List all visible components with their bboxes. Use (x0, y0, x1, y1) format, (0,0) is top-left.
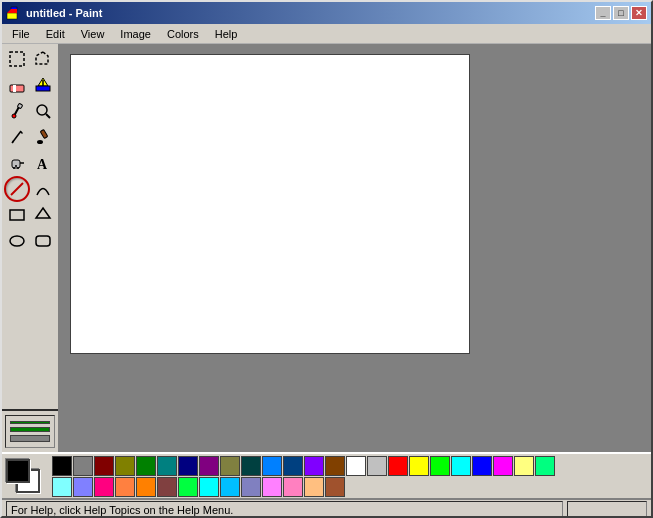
active-colors (6, 459, 40, 493)
color-swatch[interactable] (115, 456, 135, 476)
brush-icon (34, 128, 52, 146)
eyedropper-icon (8, 102, 26, 120)
tool-ellipse[interactable] (4, 228, 30, 254)
tool-select-free[interactable] (30, 46, 56, 72)
tool-eyedropper[interactable] (4, 98, 30, 124)
color-swatch[interactable] (73, 456, 93, 476)
options-section (2, 409, 58, 452)
color-swatch[interactable] (304, 477, 324, 497)
color-swatch[interactable] (178, 456, 198, 476)
tool-row-1 (4, 46, 56, 72)
title-buttons: _ □ ✕ (595, 6, 647, 20)
paint-icon (6, 5, 22, 21)
status-message: For Help, click Help Topics on the Help … (11, 504, 233, 516)
tool-row-3 (4, 98, 56, 124)
svg-point-10 (12, 114, 16, 118)
color-swatch[interactable] (262, 477, 282, 497)
color-swatch[interactable] (283, 477, 303, 497)
color-swatch[interactable] (367, 456, 387, 476)
line-thick-1[interactable] (10, 421, 50, 424)
color-swatch[interactable] (388, 456, 408, 476)
color-swatch[interactable] (325, 456, 345, 476)
curve-icon (34, 180, 52, 198)
color-swatch[interactable] (283, 456, 303, 476)
tools-section: A (2, 44, 58, 409)
pencil-icon (8, 128, 26, 146)
svg-text:A: A (37, 157, 48, 172)
svg-rect-17 (40, 130, 47, 139)
color-swatch[interactable] (535, 456, 555, 476)
close-button[interactable]: ✕ (631, 6, 647, 20)
color-swatch[interactable] (178, 477, 198, 497)
svg-rect-7 (36, 86, 50, 91)
tool-text[interactable]: A (30, 150, 56, 176)
svg-rect-4 (10, 85, 24, 92)
polygon-icon (34, 206, 52, 224)
color-swatch[interactable] (136, 477, 156, 497)
menu-image[interactable]: Image (114, 26, 157, 42)
tool-fill[interactable] (30, 72, 56, 98)
menu-file[interactable]: File (6, 26, 36, 42)
color-swatch[interactable] (220, 456, 240, 476)
tool-row-6 (4, 176, 56, 202)
menu-view[interactable]: View (75, 26, 111, 42)
color-swatch[interactable] (157, 477, 177, 497)
tool-select-rect[interactable] (4, 46, 30, 72)
tool-polygon[interactable] (30, 202, 56, 228)
color-swatch[interactable] (493, 456, 513, 476)
color-swatch[interactable] (157, 456, 177, 476)
color-swatch[interactable] (94, 477, 114, 497)
color-swatch[interactable] (241, 477, 261, 497)
fill-icon (34, 76, 52, 94)
color-swatch[interactable] (472, 456, 492, 476)
color-swatch[interactable] (514, 456, 534, 476)
menu-edit[interactable]: Edit (40, 26, 71, 42)
color-swatch[interactable] (451, 456, 471, 476)
minimize-button[interactable]: _ (595, 6, 611, 20)
color-swatch[interactable] (199, 477, 219, 497)
menu-colors[interactable]: Colors (161, 26, 205, 42)
color-swatch[interactable] (199, 456, 219, 476)
svg-line-13 (46, 114, 50, 118)
title-bar-left: untitled - Paint (6, 5, 102, 21)
maximize-button[interactable]: □ (613, 6, 629, 20)
color-swatch[interactable] (220, 477, 240, 497)
color-swatch[interactable] (115, 477, 135, 497)
canvas-container[interactable] (60, 44, 651, 452)
color-swatch[interactable] (52, 456, 72, 476)
fg-color-swatch[interactable] (6, 459, 30, 483)
tool-rectangle[interactable] (4, 202, 30, 228)
tool-curve[interactable] (30, 176, 56, 202)
color-swatch[interactable] (430, 456, 450, 476)
line-thick-3[interactable] (10, 435, 50, 442)
color-swatch[interactable] (409, 456, 429, 476)
color-swatch[interactable] (94, 456, 114, 476)
color-swatch[interactable] (346, 456, 366, 476)
tool-rounded-rect[interactable] (30, 228, 56, 254)
tool-magnify[interactable] (30, 98, 56, 124)
line-icon (8, 180, 26, 198)
svg-point-12 (37, 105, 47, 115)
color-swatch[interactable] (262, 456, 282, 476)
svg-marker-2 (7, 9, 17, 13)
svg-rect-5 (13, 85, 16, 92)
tool-pencil[interactable] (4, 124, 30, 150)
left-panel: A (2, 44, 60, 452)
color-swatch[interactable] (52, 477, 72, 497)
line-thick-2[interactable] (10, 427, 50, 432)
menu-help[interactable]: Help (209, 26, 244, 42)
color-swatch[interactable] (73, 477, 93, 497)
color-swatch[interactable] (241, 456, 261, 476)
tool-eraser[interactable] (4, 72, 30, 98)
tool-line[interactable] (4, 176, 30, 202)
color-swatch[interactable] (304, 456, 324, 476)
paint-canvas[interactable] (70, 54, 470, 354)
tool-brush[interactable] (30, 124, 56, 150)
rectangle-icon (8, 206, 26, 224)
color-swatch[interactable] (325, 477, 345, 497)
tool-row-7 (4, 202, 56, 228)
color-swatch[interactable] (136, 456, 156, 476)
tool-airbrush[interactable] (4, 150, 30, 176)
svg-point-22 (17, 167, 19, 169)
line-options (5, 415, 55, 448)
